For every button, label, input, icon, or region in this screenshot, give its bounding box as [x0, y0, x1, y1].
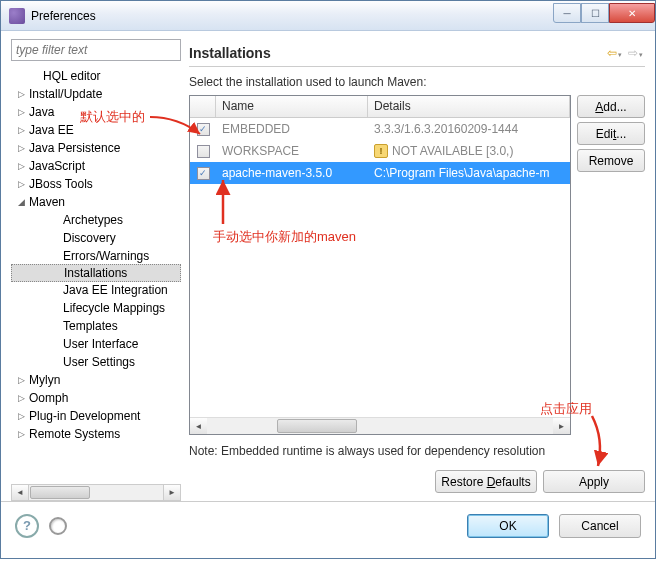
tree-item[interactable]: ▷Remote Systems — [11, 425, 181, 443]
minimize-button[interactable]: ─ — [553, 3, 581, 23]
expand-icon[interactable]: ▷ — [15, 411, 27, 421]
tree-item-label: JBoss Tools — [29, 177, 93, 191]
tree-item[interactable]: Installations — [11, 264, 181, 282]
page-title: Installations — [189, 45, 605, 61]
tree-item-label: Java — [29, 105, 54, 119]
scroll-left-icon[interactable]: ◄ — [190, 418, 207, 434]
tree-item-label: Installations — [64, 266, 127, 280]
expand-icon[interactable]: ▷ — [15, 179, 27, 189]
preferences-window: Preferences ─ ☐ ✕ HQL editor▷Install/Upd… — [0, 0, 656, 559]
tree-item-label: Mylyn — [29, 373, 60, 387]
tree-item-label: Lifecycle Mappings — [63, 301, 165, 315]
cell-details: 3.3.3/1.6.3.20160209-1444 — [368, 122, 570, 136]
titlebar[interactable]: Preferences ─ ☐ ✕ — [1, 1, 655, 31]
main-panel: Installations ⇦▾ ⇨▾ Select the installat… — [189, 39, 645, 501]
tree-item-label: Templates — [63, 319, 118, 333]
filter-input[interactable] — [11, 39, 181, 61]
tree-item[interactable]: Errors/Warnings — [11, 247, 181, 265]
maximize-button[interactable]: ☐ — [581, 3, 609, 23]
installations-table: Name Details ✓EMBEDDED3.3.3/1.6.3.201602… — [189, 95, 571, 435]
expand-icon[interactable]: ▷ — [15, 375, 27, 385]
cell-name: EMBEDDED — [216, 122, 368, 136]
cancel-button[interactable]: Cancel — [559, 514, 641, 538]
tree-item-label: Java Persistence — [29, 141, 120, 155]
workspace-icon[interactable] — [49, 517, 67, 535]
scroll-thumb[interactable] — [277, 419, 357, 433]
tree-item[interactable]: User Interface — [11, 335, 181, 353]
cell-name: WORKSPACE — [216, 144, 368, 158]
tree-item[interactable]: Templates — [11, 317, 181, 335]
scroll-thumb[interactable] — [30, 486, 90, 499]
scroll-right-icon[interactable]: ► — [163, 485, 180, 500]
scroll-left-icon[interactable]: ◄ — [12, 485, 29, 500]
ok-button[interactable]: OK — [467, 514, 549, 538]
expand-icon[interactable]: ▷ — [15, 393, 27, 403]
tree-item-label: Archetypes — [63, 213, 123, 227]
tree-item[interactable]: User Settings — [11, 353, 181, 371]
tree-item[interactable]: Lifecycle Mappings — [11, 299, 181, 317]
tree-item[interactable]: ▷Oomph — [11, 389, 181, 407]
tree-item[interactable]: ▷JavaScript — [11, 157, 181, 175]
tree-item-label: Java EE Integration — [63, 283, 168, 297]
tree-item[interactable]: ◢Maven — [11, 193, 181, 211]
tree-item[interactable]: ▷Mylyn — [11, 371, 181, 389]
tree-item[interactable]: ▷Java Persistence — [11, 139, 181, 157]
tree-item[interactable]: ▷Java — [11, 103, 181, 121]
close-button[interactable]: ✕ — [609, 3, 655, 23]
expand-icon[interactable]: ▷ — [15, 107, 27, 117]
col-details[interactable]: Details — [368, 96, 570, 117]
expand-icon[interactable]: ▷ — [15, 125, 27, 135]
tree-item-label: Plug-in Development — [29, 409, 140, 423]
nav-forward-icon[interactable]: ⇨▾ — [626, 46, 645, 60]
col-check[interactable] — [190, 96, 216, 117]
col-name[interactable]: Name — [216, 96, 368, 117]
scroll-right-icon[interactable]: ► — [553, 418, 570, 434]
tree-item-label: User Settings — [63, 355, 135, 369]
expand-icon[interactable]: ▷ — [15, 161, 27, 171]
apply-button[interactable]: Apply — [543, 470, 645, 493]
tree-item-label: Java EE — [29, 123, 74, 137]
table-row[interactable]: ✓EMBEDDED3.3.3/1.6.3.20160209-1444 — [190, 118, 570, 140]
preferences-tree[interactable]: HQL editor▷Install/Update▷Java▷Java EE▷J… — [11, 67, 181, 480]
table-row[interactable]: WORKSPACE!NOT AVAILABLE [3.0,) — [190, 140, 570, 162]
edit-button[interactable]: Edit... — [577, 122, 645, 145]
table-row[interactable]: ✓apache-maven-3.5.0C:\Program Files\Java… — [190, 162, 570, 184]
tree-item[interactable]: HQL editor — [11, 67, 181, 85]
tree-item-label: Errors/Warnings — [63, 249, 149, 263]
checkbox[interactable]: ✓ — [197, 123, 210, 136]
tree-item[interactable]: ▷Install/Update — [11, 85, 181, 103]
tree-item-label: Discovery — [63, 231, 116, 245]
table-scrollbar[interactable]: ◄ ► — [190, 417, 570, 434]
tree-item-label: User Interface — [63, 337, 138, 351]
nav-back-icon[interactable]: ⇦▾ — [605, 46, 624, 60]
dialog-footer: ? OK Cancel — [1, 501, 655, 549]
help-icon[interactable]: ? — [15, 514, 39, 538]
tree-item[interactable]: Archetypes — [11, 211, 181, 229]
tree-item-label: HQL editor — [43, 69, 101, 83]
tree-item[interactable]: ▷Java EE — [11, 121, 181, 139]
remove-button[interactable]: Remove — [577, 149, 645, 172]
tree-item-label: JavaScript — [29, 159, 85, 173]
expand-icon[interactable]: ▷ — [15, 429, 27, 439]
tree-item-label: Maven — [29, 195, 65, 209]
tree-item[interactable]: Discovery — [11, 229, 181, 247]
warning-icon: ! — [374, 144, 388, 158]
cell-details: !NOT AVAILABLE [3.0,) — [368, 144, 570, 158]
tree-item[interactable]: ▷JBoss Tools — [11, 175, 181, 193]
tree-item-label: Remote Systems — [29, 427, 120, 441]
window-title: Preferences — [31, 9, 553, 23]
checkbox[interactable]: ✓ — [197, 167, 210, 180]
note-text: Note: Embedded runtime is always used fo… — [189, 443, 645, 460]
add-button[interactable]: Add... — [577, 95, 645, 118]
expand-icon[interactable]: ◢ — [15, 197, 27, 207]
checkbox[interactable] — [197, 145, 210, 158]
expand-icon[interactable]: ▷ — [15, 143, 27, 153]
sidebar-scrollbar[interactable]: ◄ ► — [11, 484, 181, 501]
expand-icon[interactable]: ▷ — [15, 89, 27, 99]
tree-item[interactable]: ▷Plug-in Development — [11, 407, 181, 425]
sidebar: HQL editor▷Install/Update▷Java▷Java EE▷J… — [11, 39, 181, 501]
tree-item-label: Oomph — [29, 391, 68, 405]
restore-defaults-button[interactable]: Restore Defaults — [435, 470, 537, 493]
tree-item[interactable]: Java EE Integration — [11, 281, 181, 299]
tree-item-label: Install/Update — [29, 87, 102, 101]
